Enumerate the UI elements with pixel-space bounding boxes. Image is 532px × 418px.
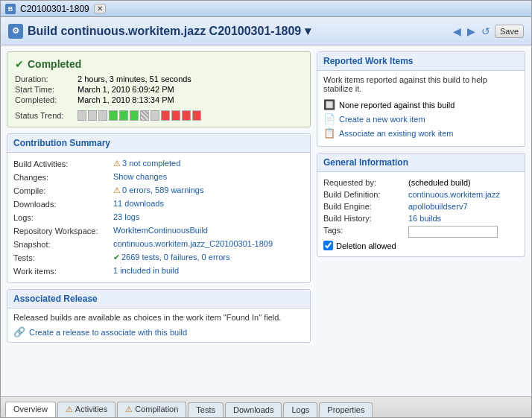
- contrib-value: ⚠0 errors, 589 warnings: [113, 186, 304, 196]
- tab-tests[interactable]: Tests: [188, 402, 224, 417]
- duration-label: Duration:: [15, 75, 75, 83]
- app-header: ⚙ Build continuous.workitem.jazz C201003…: [1, 17, 531, 45]
- contrib-value: Show changes: [113, 172, 304, 183]
- trend-row: Status Trend:: [15, 110, 303, 121]
- contrib-label: Compile:: [13, 186, 110, 196]
- trend-box: [109, 110, 118, 121]
- release-description: Released builds are available as choices…: [13, 313, 304, 322]
- contribution-summary-panel: Contribution Summary Build Activities:⚠3…: [7, 133, 311, 283]
- contrib-link[interactable]: 2669 tests, 0 failures, 0 errors: [121, 253, 230, 262]
- contrib-value: 11 downloads: [113, 199, 304, 209]
- create-work-item-link[interactable]: Create a new work item: [339, 115, 425, 124]
- general-label: Build Definition:: [323, 190, 405, 199]
- start-value: March 1, 2010 6:09:42 PM: [77, 85, 303, 94]
- completed-label: Completed:: [15, 95, 75, 104]
- general-link[interactable]: 16 builds: [408, 214, 441, 223]
- save-button[interactable]: Save: [495, 25, 524, 38]
- contrib-label: Changes:: [13, 172, 110, 183]
- general-label: Requested by:: [323, 178, 405, 187]
- status-title: Completed: [28, 58, 81, 70]
- general-link[interactable]: continuous.workitem.jazz: [408, 190, 500, 199]
- tab-close-button[interactable]: ✕: [94, 4, 106, 13]
- tab-label: Properties: [327, 405, 364, 414]
- contrib-link[interactable]: 23 logs: [113, 212, 139, 221]
- release-body: Released builds are available as choices…: [7, 308, 310, 342]
- tab-icon: B: [5, 4, 16, 14]
- reported-work-items-panel: Reported Work Items Work items reported …: [317, 51, 525, 147]
- tab-compilation[interactable]: ⚠Compilation: [117, 402, 186, 417]
- none-icon: 🔲: [323, 99, 335, 110]
- associate-work-item-row: 📋 Associate an existing work item: [323, 127, 519, 139]
- trend-box: [151, 110, 159, 121]
- general-value: [408, 226, 519, 238]
- trend-box: [88, 110, 97, 121]
- general-label: Build Engine:: [323, 202, 405, 211]
- build-icon: ⚙: [8, 24, 23, 39]
- trend-box: [171, 110, 180, 121]
- tab-properties[interactable]: Properties: [319, 402, 373, 417]
- general-body: Requested by:(scheduled build)Build Defi…: [317, 172, 525, 256]
- contrib-link[interactable]: 0 errors, 589 warnings: [122, 186, 203, 194]
- trend-box: [98, 110, 107, 121]
- general-label: Tags:: [323, 226, 405, 238]
- contrib-link[interactable]: continuous.workitem.jazz_C20100301-1809: [113, 239, 273, 248]
- reported-description: Work items reported against this build t…: [323, 75, 519, 93]
- trend-box: [119, 110, 128, 121]
- general-link[interactable]: apollobuildserv7: [408, 202, 468, 211]
- tab-bar: Overview⚠Activities⚠CompilationTestsDown…: [1, 396, 531, 417]
- tab-overview[interactable]: Overview: [5, 402, 56, 417]
- tab-label: Downloads: [233, 405, 273, 414]
- general-info-panel: General Information Requested by:(schedu…: [317, 153, 525, 257]
- contrib-label: Build Activities:: [13, 159, 110, 169]
- release-header: Associated Release: [7, 290, 310, 308]
- completed-value: March 1, 2010 8:13:34 PM: [77, 95, 303, 104]
- back-button[interactable]: ◀: [452, 24, 463, 39]
- contrib-link[interactable]: Show changes: [113, 172, 167, 181]
- tab-logs[interactable]: Logs: [283, 402, 317, 417]
- contrib-value: ⚠3 not completed: [113, 159, 304, 169]
- deletion-allowed-text: Deletion allowed: [336, 241, 396, 250]
- reported-body: Work items reported against this build t…: [317, 71, 525, 146]
- status-panel: ✔ Completed Duration: 2 hours, 3 minutes…: [7, 51, 311, 127]
- tab-label: Compilation: [135, 405, 178, 414]
- create-icon: 📄: [323, 113, 335, 124]
- create-release-row: 🔗 Create a release to associate with thi…: [13, 326, 304, 338]
- header-toolbar: ◀ ▶ ↺ Save: [452, 24, 524, 39]
- general-value: (scheduled build): [408, 178, 519, 187]
- tab-label: Tests: [196, 405, 215, 414]
- contribution-body: Build Activities:⚠3 not completedChanges…: [7, 153, 310, 282]
- contrib-value: 23 logs: [113, 212, 304, 223]
- warning-icon: ⚠: [113, 159, 121, 168]
- contrib-link[interactable]: 3 not completed: [122, 159, 180, 168]
- contrib-link[interactable]: 11 downloads: [113, 199, 164, 208]
- create-work-item-row: 📄 Create a new work item: [323, 113, 519, 124]
- none-reported-row: 🔲 None reported against this build: [323, 99, 519, 110]
- contrib-label: Snapshot:: [13, 239, 110, 250]
- forward-button[interactable]: ▶: [466, 24, 477, 39]
- general-header: General Information: [317, 153, 525, 172]
- trend-boxes: [77, 110, 201, 121]
- contrib-label: Logs:: [13, 212, 110, 223]
- trend-label: Status Trend:: [15, 111, 75, 120]
- deletion-allowed-checkbox[interactable]: [323, 241, 333, 250]
- associated-release-panel: Associated Release Released builds are a…: [7, 289, 311, 343]
- tab-activities[interactable]: ⚠Activities: [57, 402, 115, 417]
- tab-label: Logs: [291, 405, 309, 414]
- contrib-label: Downloads:: [13, 199, 110, 209]
- checkbox-row: Deletion allowed: [323, 241, 519, 250]
- contrib-label: Work items:: [13, 266, 110, 276]
- associate-work-item-link[interactable]: Associate an existing work item: [339, 129, 453, 138]
- contrib-link[interactable]: WorkItemContinuousBuild: [113, 226, 208, 235]
- create-release-link[interactable]: Create a release to associate with this …: [29, 328, 187, 337]
- contrib-value: continuous.workitem.jazz_C20100301-1809: [113, 239, 304, 250]
- contrib-value: WorkItemContinuousBuild: [113, 226, 304, 236]
- contrib-link[interactable]: 1 included in build: [113, 266, 179, 275]
- tab-label: Overview: [13, 405, 48, 414]
- refresh-button[interactable]: ↺: [480, 24, 492, 39]
- tab-downloads[interactable]: Downloads: [225, 402, 282, 417]
- contrib-label: Tests:: [13, 253, 110, 263]
- start-label: Start Time:: [15, 85, 75, 94]
- completed-icon: ✔: [15, 58, 24, 70]
- tags-input[interactable]: [408, 226, 498, 238]
- tab-warning-icon: ⚠: [125, 405, 133, 414]
